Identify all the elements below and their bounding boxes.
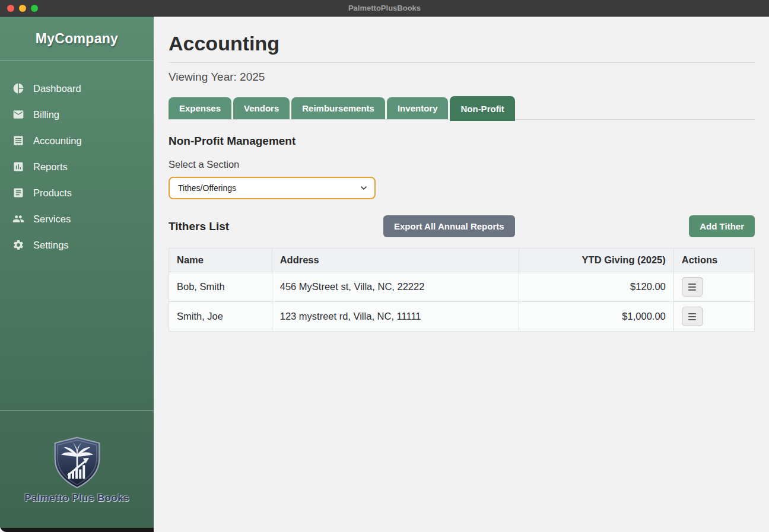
table-header-row: Name Address YTD Giving (2025) Actions — [169, 249, 755, 272]
section-select-value: Tithes/Offerings — [178, 183, 236, 193]
cell-address: 456 MyStreet st, Villa, NC, 22222 — [272, 272, 519, 302]
tab-bar: Expenses Vendors Reimbursements Inventor… — [169, 96, 755, 120]
sidebar-item[interactable]: Accounting — [0, 128, 154, 154]
sidebar-nav: Dashboard Billing Accounting Rep — [0, 61, 154, 410]
window-titlebar: PalmettoPlusBooks — [0, 0, 769, 17]
table-row: Smith, Joe 123 mystreet rd, Villa, NC, 1… — [169, 302, 755, 332]
tab[interactable]: Vendors — [233, 97, 290, 119]
sidebar-item[interactable]: Products — [0, 180, 154, 206]
sidebar-item[interactable]: Dashboard — [0, 75, 154, 101]
title-divider — [169, 62, 755, 63]
page-title: Accounting — [169, 32, 755, 55]
column-header-ytd: YTD Giving (2025) — [519, 249, 674, 272]
sidebar-item-label: Services — [33, 214, 71, 225]
main-content: Accounting Viewing Year: 2025 Expenses V… — [154, 17, 769, 532]
zoom-window-button[interactable] — [31, 5, 38, 12]
sidebar: MyCompany Dashboard Billing — [0, 17, 154, 528]
window-title: PalmettoPlusBooks — [348, 4, 421, 12]
section-select[interactable]: Tithes/Offerings — [169, 177, 376, 199]
tithers-table: Name Address YTD Giving (2025) Actions B… — [169, 248, 755, 332]
close-window-button[interactable] — [7, 5, 14, 12]
column-header-actions: Actions — [673, 249, 754, 272]
tab[interactable]: Non-Profit — [450, 96, 514, 121]
palmetto-shield-logo — [52, 435, 103, 490]
tithers-toolbar: Tithers List Export All Annual Reports A… — [169, 215, 755, 237]
article-icon — [12, 187, 24, 199]
section-heading: Non-Profit Management — [169, 135, 755, 148]
receipt-icon — [12, 135, 24, 146]
sidebar-item-label: Settings — [33, 240, 69, 251]
tab[interactable]: Reimbursements — [291, 97, 385, 119]
cell-actions — [673, 272, 754, 302]
menu-icon — [688, 283, 696, 285]
company-brand: MyCompany — [0, 17, 154, 61]
tab[interactable]: Inventory — [387, 97, 449, 119]
sidebar-item[interactable]: Reports — [0, 154, 154, 180]
cell-name: Bob, Smith — [169, 272, 272, 302]
cell-address: 123 mystreet rd, Villa, NC, 11111 — [272, 302, 519, 332]
chevron-down-icon — [359, 183, 368, 193]
section-select-label: Select a Section — [169, 159, 755, 170]
column-header-address: Address — [272, 249, 519, 272]
column-header-name: Name — [169, 249, 272, 272]
mail-icon — [12, 109, 24, 120]
sidebar-item-label: Dashboard — [33, 83, 81, 94]
sidebar-column: MyCompany Dashboard Billing — [0, 17, 154, 532]
cell-ytd-giving: $1,000.00 — [519, 302, 674, 332]
tithers-list-title: Tithers List — [169, 220, 229, 233]
sidebar-item-label: Billing — [33, 109, 59, 120]
tab[interactable]: Expenses — [169, 97, 231, 119]
add-tither-button[interactable]: Add Tither — [689, 215, 755, 237]
sidebar-item-label: Accounting — [33, 135, 82, 146]
cell-name: Smith, Joe — [169, 302, 272, 332]
sidebar-item-label: Products — [33, 187, 72, 199]
viewing-year-label: Viewing Year: 2025 — [169, 71, 755, 84]
footer-brand-text: Palmetto Plus Books — [24, 492, 129, 504]
traffic-lights — [7, 0, 38, 17]
gear-icon — [12, 239, 24, 251]
pie-chart-icon — [12, 82, 24, 94]
sidebar-item[interactable]: Settings — [0, 232, 154, 258]
sidebar-footer: Palmetto Plus Books — [0, 410, 154, 528]
sidebar-item[interactable]: Billing — [0, 101, 154, 128]
sidebar-item-label: Reports — [33, 161, 68, 173]
row-actions-menu-button[interactable] — [682, 277, 703, 297]
chart-icon — [12, 161, 24, 173]
table-row: Bob, Smith 456 MyStreet st, Villa, NC, 2… — [169, 272, 755, 302]
export-all-annual-reports-button[interactable]: Export All Annual Reports — [383, 215, 515, 237]
cell-actions — [673, 302, 754, 332]
sidebar-item[interactable]: Services — [0, 206, 154, 232]
people-icon — [12, 213, 24, 225]
minimize-window-button[interactable] — [19, 5, 26, 12]
menu-icon — [688, 313, 696, 314]
row-actions-menu-button[interactable] — [682, 307, 703, 326]
cell-ytd-giving: $120.00 — [519, 272, 674, 302]
